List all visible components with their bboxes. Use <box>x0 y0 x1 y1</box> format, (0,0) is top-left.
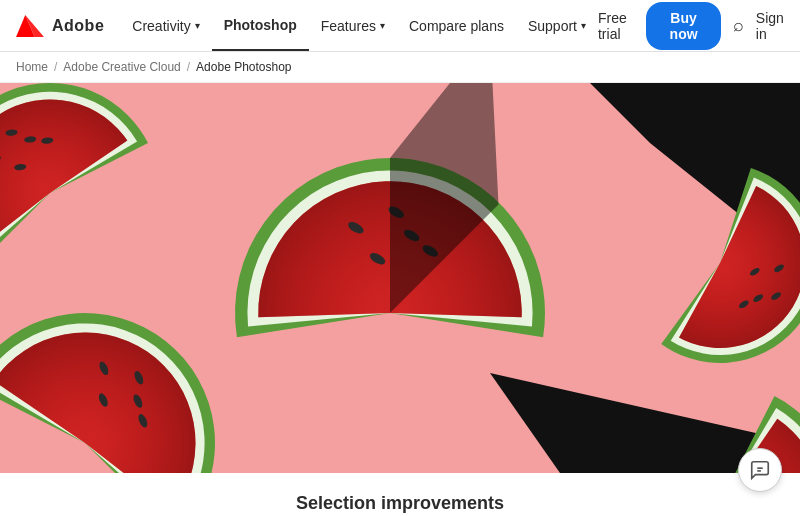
nav-item-creativity[interactable]: Creativity ▾ <box>120 0 211 51</box>
hero-canvas <box>0 83 800 473</box>
search-icon[interactable]: ⌕ <box>733 15 744 36</box>
breadcrumb-sep-1: / <box>54 60 57 74</box>
sign-in-link[interactable]: Sign in <box>756 10 784 42</box>
main-nav: Adobe Creativity ▾ Photoshop Features ▾ … <box>0 0 800 52</box>
breadcrumb-sep-2: / <box>187 60 190 74</box>
content-section: Selection improvements Selections are fa… <box>0 473 800 516</box>
hero-image-container <box>0 83 800 473</box>
nav-item-features[interactable]: Features ▾ <box>309 0 397 51</box>
nav-items: Creativity ▾ Photoshop Features ▾ Compar… <box>120 0 598 51</box>
breadcrumb-home[interactable]: Home <box>16 60 48 74</box>
chevron-down-icon: ▾ <box>195 20 200 31</box>
free-trial-link[interactable]: Free trial <box>598 10 634 42</box>
nav-item-photoshop[interactable]: Photoshop <box>212 0 309 51</box>
breadcrumb: Home / Adobe Creative Cloud / Adobe Phot… <box>0 52 800 83</box>
buy-now-button[interactable]: Buy now <box>646 2 720 50</box>
chevron-down-icon: ▾ <box>380 20 385 31</box>
nav-item-support[interactable]: Support ▾ <box>516 0 598 51</box>
adobe-logo-icon <box>16 15 44 37</box>
content-title: Selection improvements <box>16 493 784 514</box>
chevron-down-icon: ▾ <box>581 20 586 31</box>
breadcrumb-current: Adobe Photoshop <box>196 60 291 74</box>
adobe-logo[interactable]: Adobe <box>16 15 104 37</box>
chat-icon <box>749 459 771 481</box>
nav-item-compare-plans[interactable]: Compare plans <box>397 0 516 51</box>
adobe-wordmark: Adobe <box>52 17 104 35</box>
nav-right: Free trial Buy now ⌕ Sign in <box>598 2 784 50</box>
breadcrumb-creative-cloud[interactable]: Adobe Creative Cloud <box>63 60 180 74</box>
chat-button[interactable] <box>738 448 782 492</box>
